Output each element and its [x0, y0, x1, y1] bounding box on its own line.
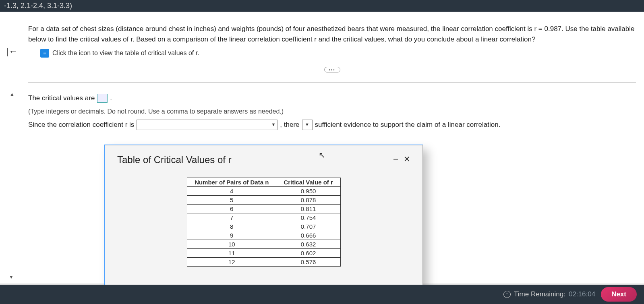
critical-values-dialog: ↖ Table of Critical Values of r – ✕ Numb… — [105, 145, 423, 290]
table-row: 110.602 — [187, 249, 341, 258]
cell-cv: 0.666 — [276, 231, 341, 240]
cell-cv: 0.576 — [276, 258, 341, 267]
table-row: 120.576 — [187, 258, 341, 267]
chevron-down-icon: ▼ — [305, 121, 309, 128]
table-row: 50.878 — [187, 196, 341, 205]
question-text: For a data set of chest sizes (distance … — [28, 24, 636, 44]
cell-cv: 0.632 — [276, 240, 341, 249]
cursor-icon: ↖ — [319, 150, 325, 160]
there-label: , there — [280, 120, 299, 130]
r-comparison-select[interactable]: ▼ — [137, 120, 277, 130]
cell-cv: 0.754 — [276, 213, 341, 222]
table-popup-icon[interactable]: ≡ — [40, 49, 49, 58]
dialog-close-icon[interactable]: ✕ — [404, 154, 410, 164]
table-header-n: Number of Pairs of Data n — [187, 178, 276, 187]
footer-bar: Time Remaining: 02:16:04 Next — [0, 285, 644, 304]
time-remaining-value: 02:16:04 — [569, 290, 595, 298]
scroll-up-icon[interactable]: ▲ — [10, 91, 14, 97]
table-row: 60.811 — [187, 205, 341, 213]
chevron-down-icon: ▼ — [271, 121, 275, 128]
cell-n: 8 — [187, 222, 276, 231]
cell-n: 6 — [187, 205, 276, 213]
sufficient-select[interactable]: ▼ — [302, 120, 313, 130]
critical-values-label: The critical values are — [28, 93, 95, 103]
cell-n: 11 — [187, 249, 276, 258]
input-hint: (Type integers or decimals. Do not round… — [28, 107, 284, 116]
period-text: . — [110, 93, 112, 103]
clock-icon — [503, 291, 511, 298]
expand-table-link[interactable]: Click the icon to view the table of crit… — [52, 48, 199, 58]
table-row: 100.632 — [187, 240, 341, 249]
since-label: Since the correlation coefficient r is — [28, 120, 134, 130]
table-row: 80.707 — [187, 222, 341, 231]
collapse-handle-icon[interactable]: ••• — [324, 67, 340, 72]
cell-cv: 0.878 — [276, 196, 341, 205]
assignment-crumb: -1.3, 2.1-2.4, 3.1-3.3) — [0, 0, 644, 12]
cell-cv: 0.707 — [276, 222, 341, 231]
cell-cv: 0.602 — [276, 249, 341, 258]
table-header-cv: Critical Value of r — [276, 178, 341, 187]
cell-n: 9 — [187, 231, 276, 240]
scroll-down-icon[interactable]: ▼ — [9, 274, 14, 280]
back-icon[interactable]: |← — [4, 44, 20, 59]
cell-n: 7 — [187, 213, 276, 222]
table-row: 90.666 — [187, 231, 341, 240]
table-row: 70.754 — [187, 213, 341, 222]
time-remaining-label: Time Remaining: — [514, 290, 565, 298]
critical-values-input[interactable] — [97, 94, 108, 103]
conclusion-label: sufficient evidence to support the claim… — [315, 120, 501, 130]
cell-cv: 0.950 — [276, 187, 341, 196]
dialog-title: Table of Critical Values of r — [117, 154, 232, 165]
cell-n: 12 — [187, 258, 276, 267]
cell-n: 4 — [187, 187, 276, 196]
cell-n: 10 — [187, 240, 276, 249]
dialog-minimize-icon[interactable]: – — [393, 154, 398, 164]
cell-cv: 0.811 — [276, 205, 341, 213]
next-button[interactable]: Next — [601, 287, 637, 302]
section-divider — [28, 82, 636, 83]
cell-n: 5 — [187, 196, 276, 205]
critical-values-table: Number of Pairs of Data n Critical Value… — [187, 178, 341, 267]
table-row: 40.950 — [187, 187, 341, 196]
